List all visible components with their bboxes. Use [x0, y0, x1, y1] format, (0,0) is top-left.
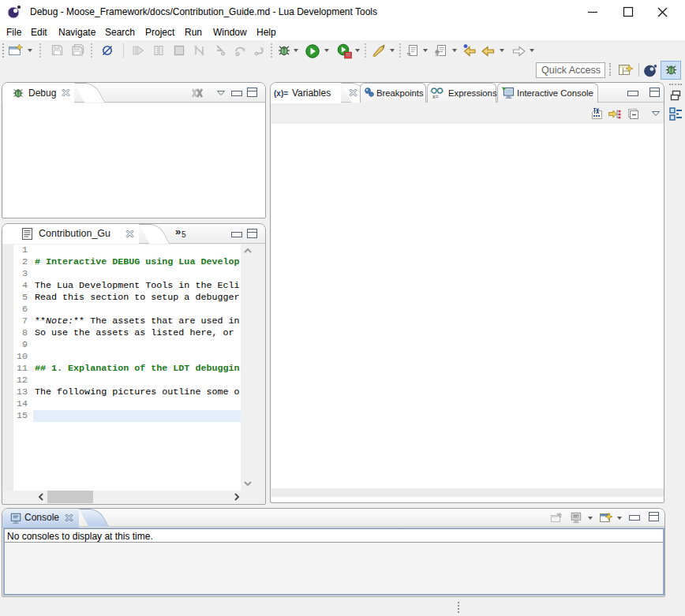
svg-text:x=: x=	[432, 94, 439, 99]
